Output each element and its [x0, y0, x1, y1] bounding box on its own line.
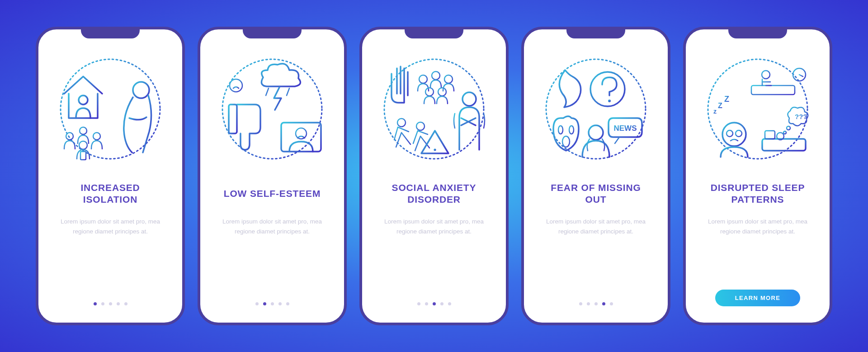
svg-rect-35	[751, 86, 795, 95]
svg-point-21	[462, 92, 476, 106]
card-title: DISRUPTED SLEEP PATTERNS	[711, 181, 805, 206]
sleep-icon: z Z Z ???	[699, 50, 816, 168]
svg-point-1	[79, 95, 88, 105]
svg-point-5	[79, 141, 87, 149]
svg-text:NEWS: NEWS	[614, 124, 637, 133]
dot-3[interactable]	[109, 302, 112, 305]
svg-point-56	[783, 131, 786, 134]
svg-point-16	[419, 75, 427, 83]
dot-1[interactable]	[417, 302, 420, 305]
svg-point-14	[296, 128, 307, 139]
card-description: Lorem ipsum dolor sit amet pro, mea regi…	[701, 217, 814, 236]
svg-point-7	[133, 82, 149, 98]
svg-text:Z: Z	[718, 102, 722, 109]
svg-line-41	[799, 75, 803, 76]
onboarding-card-2: LOW SELF-ESTEEM Lorem ipsum dolor sit am…	[198, 27, 347, 325]
card-title: INCREASED ISOLATION	[80, 181, 140, 206]
page-indicator	[255, 302, 289, 310]
svg-point-12	[230, 79, 242, 92]
phone-notch	[243, 27, 302, 38]
svg-point-45	[722, 123, 746, 146]
svg-point-2	[66, 133, 73, 140]
dot-5[interactable]	[124, 302, 127, 305]
learn-more-button[interactable]: LEARN MORE	[715, 290, 800, 306]
dot-5[interactable]	[610, 302, 613, 305]
page-indicator	[579, 302, 613, 310]
card-description: Lorem ipsum dolor sit amet pro, mea regi…	[539, 217, 652, 236]
onboarding-card-4: NEWS FEAR OF MISSING OUT Lorem ipsum dol…	[521, 27, 670, 325]
card-title: FEAR OF MISSING OUT	[551, 181, 641, 206]
svg-point-55	[787, 126, 790, 130]
svg-point-28	[608, 100, 611, 102]
card-title: SOCIAL ANXIETY DISORDER	[392, 181, 476, 206]
dot-5[interactable]	[286, 302, 289, 305]
svg-rect-11	[229, 105, 237, 133]
svg-rect-49	[762, 139, 806, 151]
dot-2[interactable]	[425, 302, 428, 305]
dot-1[interactable]	[94, 302, 97, 305]
page-indicator	[417, 302, 451, 310]
svg-point-25	[434, 148, 436, 151]
social-anxiety-icon	[375, 50, 493, 168]
dot-4[interactable]	[440, 302, 443, 305]
svg-point-30	[569, 126, 574, 134]
dot-2[interactable]	[101, 302, 104, 305]
isolation-icon	[52, 50, 169, 168]
low-esteem-icon	[213, 50, 331, 168]
dot-1[interactable]	[579, 302, 582, 305]
svg-point-31	[562, 136, 570, 147]
onboarding-card-1: INCREASED ISOLATION Lorem ipsum dolor si…	[36, 27, 185, 325]
dot-3[interactable]	[594, 302, 598, 305]
page-indicator	[94, 302, 127, 310]
svg-point-18	[444, 75, 453, 83]
card-description: Lorem ipsum dolor sit amet pro, mea regi…	[54, 217, 167, 236]
svg-rect-13	[281, 123, 321, 152]
dot-1[interactable]	[255, 302, 259, 305]
svg-point-15	[384, 59, 484, 159]
onboarding-card-3: SOCIAL ANXIETY DISORDER Lorem ipsum dolo…	[359, 27, 509, 325]
dot-2[interactable]	[263, 302, 266, 305]
dot-4[interactable]	[602, 302, 605, 305]
svg-point-29	[558, 126, 563, 134]
dot-2[interactable]	[587, 302, 590, 305]
svg-point-22	[397, 119, 406, 127]
phone-notch	[405, 27, 463, 38]
fomo-icon: NEWS	[537, 50, 655, 168]
svg-point-4	[93, 133, 100, 140]
card-description: Lorem ipsum dolor sit amet pro, mea regi…	[377, 217, 491, 236]
svg-point-38	[762, 71, 770, 79]
svg-point-17	[432, 71, 440, 80]
svg-point-20	[438, 88, 446, 96]
svg-point-47	[736, 130, 742, 137]
dot-3[interactable]	[271, 302, 274, 305]
svg-point-33	[589, 125, 603, 140]
svg-text:z: z	[713, 108, 717, 115]
dot-3[interactable]	[433, 302, 436, 305]
svg-line-10	[287, 88, 289, 95]
svg-rect-52	[765, 131, 775, 139]
dot-4[interactable]	[117, 302, 120, 305]
svg-point-46	[726, 130, 733, 137]
svg-line-9	[266, 88, 269, 95]
svg-text:???: ???	[795, 113, 807, 120]
phone-notch	[81, 27, 140, 38]
card-title: LOW SELF-ESTEEM	[224, 181, 321, 206]
phone-notch	[566, 27, 625, 38]
svg-point-26	[546, 59, 646, 159]
svg-point-3	[80, 127, 87, 134]
card-description: Lorem ipsum dolor sit amet pro, mea regi…	[216, 217, 329, 236]
svg-point-19	[425, 88, 434, 96]
phone-notch	[728, 27, 787, 38]
svg-rect-6	[80, 152, 86, 160]
svg-text:Z: Z	[724, 95, 729, 104]
dot-5[interactable]	[448, 302, 451, 305]
svg-point-23	[416, 122, 425, 130]
onboarding-card-5: z Z Z ??? DISRUPTED SLEEP PATTERNS Lorem…	[683, 27, 832, 325]
dot-4[interactable]	[278, 302, 282, 305]
